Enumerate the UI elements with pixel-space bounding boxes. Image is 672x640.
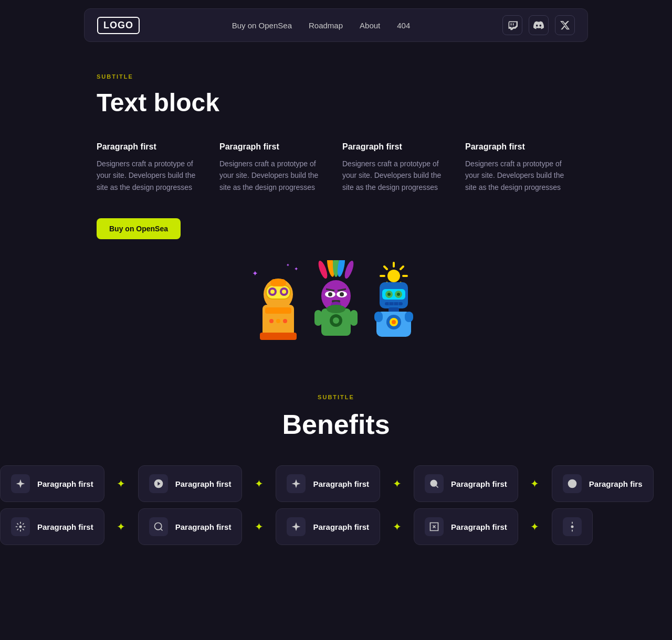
benefit-label-r1-extra: Paragraph firs bbox=[589, 479, 643, 488]
svg-point-48 bbox=[387, 293, 391, 296]
hero-title: Text block bbox=[97, 88, 575, 117]
benefit-item-r2-1[interactable]: Paragraph first bbox=[138, 508, 243, 545]
svg-point-25 bbox=[340, 292, 344, 296]
benefit-label-r1-0: Paragraph first bbox=[37, 479, 93, 488]
nav-icons bbox=[502, 15, 575, 35]
svg-text:✦: ✦ bbox=[294, 266, 298, 272]
benefits-subtitle: SUBTITLE bbox=[0, 394, 672, 400]
svg-line-39 bbox=[384, 266, 387, 269]
benefit-item-r2-extra[interactable] bbox=[552, 508, 593, 545]
card-0-title: Paragraph first bbox=[97, 142, 207, 152]
svg-point-63 bbox=[154, 523, 161, 530]
benefits-row-2: Paragraph first ✦ Paragraph first ✦ Para… bbox=[0, 508, 672, 545]
character-1: ✦ ✦ ✦ bbox=[249, 260, 307, 342]
benefit-item-r1-extra[interactable]: Paragraph firs bbox=[552, 465, 654, 502]
buy-opensea-button[interactable]: Buy on OpenSea bbox=[97, 218, 181, 239]
svg-rect-59 bbox=[374, 312, 383, 322]
navbar: LOGO Buy on OpenSea Roadmap About 404 bbox=[84, 8, 588, 42]
svg-point-24 bbox=[328, 292, 332, 296]
benefit-item-r2-2[interactable]: Paragraph first bbox=[276, 508, 380, 545]
svg-rect-35 bbox=[350, 310, 358, 326]
svg-point-8 bbox=[270, 290, 275, 294]
svg-text:✦: ✦ bbox=[252, 269, 258, 278]
benefit-item-r1-3[interactable]: Paragraph first bbox=[414, 465, 518, 502]
benefit-label-r1-3: Paragraph first bbox=[451, 479, 507, 488]
discord-icon[interactable] bbox=[529, 15, 549, 35]
svg-point-9 bbox=[282, 290, 286, 294]
svg-text:✦: ✦ bbox=[286, 263, 290, 268]
svg-point-43 bbox=[387, 270, 400, 282]
benefit-label-r2-3: Paragraph first bbox=[451, 522, 507, 531]
svg-point-33 bbox=[333, 317, 339, 324]
benefit-icon-r2-2 bbox=[287, 517, 306, 536]
characters-illustration: ✦ ✦ ✦ bbox=[84, 260, 588, 342]
sparkle-8: ✦ bbox=[524, 508, 545, 545]
svg-point-12 bbox=[269, 319, 274, 323]
nav-buy-opensea[interactable]: Buy on OpenSea bbox=[232, 21, 292, 30]
benefit-item-r1-2[interactable]: Paragraph first bbox=[276, 465, 380, 502]
svg-point-62 bbox=[19, 526, 22, 528]
card-1: Paragraph first Designers craft a protot… bbox=[219, 142, 330, 193]
card-3-body: Designers craft a prototype of your site… bbox=[465, 158, 575, 193]
card-1-body: Designers craft a prototype of your site… bbox=[219, 158, 330, 193]
benefit-item-r2-3[interactable]: Paragraph first bbox=[414, 508, 518, 545]
sparkle-6: ✦ bbox=[248, 508, 269, 545]
logo[interactable]: LOGO bbox=[97, 17, 140, 34]
benefit-label-r1-1: Paragraph first bbox=[175, 479, 232, 488]
svg-point-16 bbox=[317, 260, 329, 280]
card-0-body: Designers craft a prototype of your site… bbox=[97, 158, 207, 193]
sparkle-5: ✦ bbox=[111, 508, 132, 545]
svg-point-49 bbox=[397, 293, 400, 296]
benefit-icon-r1-2 bbox=[287, 474, 306, 493]
sparkle-3: ✦ bbox=[386, 465, 407, 502]
benefit-icon-r2-1 bbox=[149, 517, 168, 536]
svg-line-37 bbox=[401, 266, 403, 269]
benefit-icon-r2-3 bbox=[425, 517, 444, 536]
card-3-title: Paragraph first bbox=[465, 142, 575, 152]
character-2 bbox=[307, 260, 365, 342]
nav-about[interactable]: About bbox=[360, 21, 380, 30]
benefit-icon-r2-0 bbox=[11, 517, 30, 536]
character-3 bbox=[365, 260, 423, 342]
svg-point-64 bbox=[571, 526, 573, 528]
benefit-item-r1-0[interactable]: Paragraph first bbox=[0, 465, 104, 502]
card-2-title: Paragraph first bbox=[342, 142, 453, 152]
nav-links: Buy on OpenSea Roadmap About 404 bbox=[232, 21, 411, 30]
hero-subtitle: SUBTITLE bbox=[97, 73, 575, 80]
svg-rect-10 bbox=[270, 279, 286, 286]
svg-point-20 bbox=[343, 260, 355, 280]
svg-rect-60 bbox=[405, 312, 413, 322]
svg-rect-15 bbox=[260, 333, 297, 340]
benefit-icon-r2-extra bbox=[563, 517, 582, 536]
benefit-item-r2-0[interactable]: Paragraph first bbox=[0, 508, 104, 545]
svg-point-58 bbox=[392, 320, 396, 324]
svg-rect-34 bbox=[314, 310, 322, 326]
benefit-icon-r1-0 bbox=[11, 474, 30, 493]
twitch-icon[interactable] bbox=[502, 15, 522, 35]
svg-point-13 bbox=[276, 319, 280, 323]
sparkle-1: ✦ bbox=[111, 465, 132, 502]
svg-point-61 bbox=[430, 480, 437, 487]
sparkle-4: ✦ bbox=[524, 465, 545, 502]
benefit-label-r2-1: Paragraph first bbox=[175, 522, 232, 531]
card-3: Paragraph first Designers craft a protot… bbox=[465, 142, 575, 193]
card-1-title: Paragraph first bbox=[219, 142, 330, 152]
sparkle-2: ✦ bbox=[248, 465, 269, 502]
twitter-icon[interactable] bbox=[555, 15, 575, 35]
benefit-item-r1-1[interactable]: Paragraph first bbox=[138, 465, 243, 502]
benefit-label-r1-2: Paragraph first bbox=[313, 479, 369, 488]
benefits-title: Benefits bbox=[0, 409, 672, 440]
nav-404[interactable]: 404 bbox=[397, 21, 410, 30]
benefit-icon-r1-extra bbox=[563, 474, 582, 493]
benefit-icon-r1-1 bbox=[149, 474, 168, 493]
hero-section: SUBTITLE Text block Paragraph first Desi… bbox=[84, 73, 588, 239]
nav-roadmap[interactable]: Roadmap bbox=[309, 21, 343, 30]
benefits-section: SUBTITLE Benefits Paragraph first ✦ Para… bbox=[0, 373, 672, 572]
benefit-icon-r1-3 bbox=[425, 474, 444, 493]
svg-rect-11 bbox=[265, 307, 291, 314]
card-0: Paragraph first Designers craft a protot… bbox=[97, 142, 207, 193]
benefit-label-r2-2: Paragraph first bbox=[313, 522, 369, 531]
svg-point-14 bbox=[283, 319, 287, 323]
cards-grid: Paragraph first Designers craft a protot… bbox=[97, 142, 575, 193]
sparkle-7: ✦ bbox=[386, 508, 407, 545]
